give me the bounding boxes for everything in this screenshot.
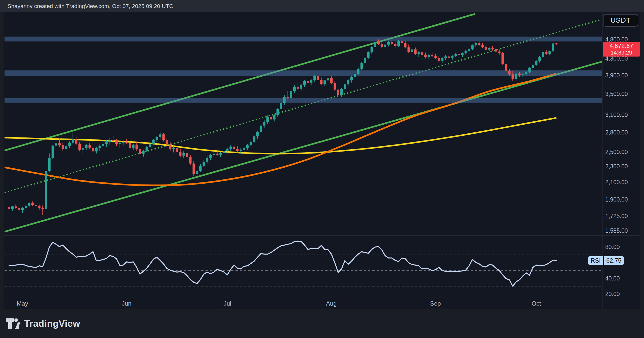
candle-body: [418, 52, 420, 54]
candle-body: [451, 56, 453, 58]
rsi-pane[interactable]: [5, 241, 602, 286]
ma-orange-line[interactable]: [5, 74, 556, 185]
candle-body: [89, 145, 91, 148]
candle-body: [8, 207, 10, 209]
candle-body: [270, 117, 272, 119]
candle-body: [229, 147, 232, 149]
candle-body: [397, 41, 400, 46]
candle-body: [421, 52, 423, 55]
quote-currency-button[interactable]: USDT: [603, 14, 638, 27]
time-axis-label-jun[interactable]: Jun: [115, 300, 138, 307]
candle-body: [42, 208, 44, 209]
candle-body: [350, 77, 353, 80]
candle-body: [438, 58, 440, 61]
footer-bar: TradingView: [0, 309, 644, 338]
candle-body: [384, 44, 386, 47]
candle-body: [508, 71, 510, 74]
candle-body: [99, 146, 101, 148]
candle-body: [82, 148, 84, 150]
time-axis-label-aug[interactable]: Aug: [320, 300, 343, 307]
candle-body: [112, 140, 114, 141]
rsi-axis-label[interactable]: 20.00: [605, 291, 620, 298]
trendline-channel-upper[interactable]: [5, 14, 475, 151]
tradingview-logo-icon: [6, 318, 20, 329]
price-chart-canvas[interactable]: [0, 0, 644, 338]
candle-body: [115, 141, 117, 144]
time-axis-label-oct[interactable]: Oct: [525, 300, 548, 307]
candle-body: [136, 145, 138, 149]
candle-body: [206, 158, 208, 162]
candle-body: [394, 44, 396, 46]
candle-body: [310, 80, 312, 83]
price-axis-label[interactable]: 1,725.00: [605, 213, 628, 220]
candle-body: [555, 43, 557, 44]
price-pane[interactable]: [5, 14, 602, 232]
candle-body: [317, 76, 319, 80]
candle-body: [179, 152, 181, 156]
rsi-value-badge: RSI 62.75: [588, 256, 624, 265]
tradingview-brand-link[interactable]: TradingView: [0, 318, 80, 329]
price-axis-label[interactable]: 2,100.00: [605, 179, 628, 186]
candle-body: [239, 150, 242, 151]
rsi-axis-label[interactable]: 80.00: [605, 244, 620, 251]
candle-body: [387, 42, 390, 44]
candle-body: [172, 148, 175, 149]
candle-body: [236, 149, 238, 151]
candle-body: [273, 115, 275, 120]
tradingview-brand-name: TradingView: [24, 318, 80, 329]
price-axis-label[interactable]: 1,900.00: [605, 196, 628, 203]
candle-body: [535, 61, 537, 65]
price-axis-label[interactable]: 3,100.00: [605, 112, 628, 118]
candle-body: [58, 143, 61, 145]
candle-body: [68, 143, 71, 146]
candle-body: [300, 85, 302, 89]
candle-body: [18, 208, 20, 210]
candle-body: [11, 206, 14, 209]
trendline-channel-dotted[interactable]: [5, 20, 601, 192]
candle-body: [146, 147, 148, 151]
candle-body: [515, 74, 517, 79]
candle-body: [166, 140, 168, 144]
candle-body: [226, 149, 228, 151]
candle-body: [92, 148, 94, 152]
candle-body: [65, 146, 67, 149]
candle-body: [414, 50, 416, 54]
candle-body: [186, 153, 188, 157]
rsi-axis-label[interactable]: 40.00: [605, 275, 620, 282]
candle-body: [266, 117, 269, 122]
candle-body: [125, 142, 128, 143]
candle-body: [55, 143, 57, 146]
time-axis-label-jul[interactable]: Jul: [216, 300, 239, 307]
price-axis-label[interactable]: 3,500.00: [605, 91, 628, 98]
sr-zone-1[interactable]: [5, 37, 602, 41]
candle-body: [102, 144, 104, 146]
candle-body: [327, 78, 329, 80]
candle-body: [495, 49, 497, 52]
candle-body: [538, 57, 541, 61]
candle-body: [461, 53, 463, 55]
price-axis-label[interactable]: 1,585.00: [605, 227, 628, 234]
candle-body: [28, 203, 30, 206]
time-axis-label-sep[interactable]: Sep: [424, 300, 447, 307]
candle-body: [344, 84, 346, 89]
candle-body: [481, 45, 484, 47]
time-axis-label-may[interactable]: May: [11, 300, 34, 307]
price-axis-label[interactable]: 2,800.00: [605, 129, 628, 136]
price-axis-label[interactable]: 3,900.00: [605, 72, 628, 79]
price-axis-label[interactable]: 2,300.00: [605, 163, 628, 170]
price-axis-label[interactable]: 2,500.00: [605, 149, 628, 156]
sr-zone-3[interactable]: [5, 98, 602, 103]
candle-body: [498, 52, 500, 53]
candle-body: [411, 50, 413, 52]
candle-body: [377, 42, 380, 44]
trendline-channel-lower[interactable]: [5, 62, 602, 232]
candle-body: [213, 154, 215, 155]
candle-body: [465, 51, 467, 53]
candle-body: [176, 148, 178, 152]
candle-body: [189, 157, 191, 164]
candle-body: [434, 56, 436, 58]
candle-body: [522, 74, 524, 75]
candle-body: [25, 206, 27, 208]
candle-body: [441, 58, 443, 61]
last-price-badge: 4,672.67 14:39:29: [603, 42, 640, 57]
